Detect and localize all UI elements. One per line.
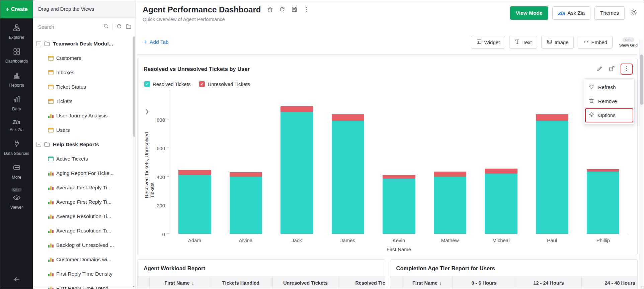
scroll-down-icon[interactable]: ⌄ [640,284,643,288]
bar-group-mathew[interactable] [424,90,475,234]
tree-item[interactable]: Average First Reply Ti... [33,180,136,195]
scroll-down-icon[interactable]: ⌄ [132,284,135,288]
bar-group-adam[interactable] [169,90,220,234]
tree-item[interactable]: Users [33,123,136,137]
column-header-label: Unresolved Tickets [283,280,328,286]
tree-item[interactable]: First Reply Time Trend [33,281,136,289]
search-input[interactable] [38,24,100,30]
settings-button[interactable] [629,6,638,17]
legend-checkbox[interactable] [144,81,150,87]
tree-item[interactable]: Average Resolution Ti... [33,209,136,223]
text-button[interactable]: Text [509,36,537,49]
nav-item-viewer[interactable]: OFFViewer [0,187,33,210]
tree-item[interactable]: Inboxes [33,65,136,80]
themes-button[interactable]: Themes [594,6,625,20]
image-icon [547,39,552,45]
resolved-segment [178,175,211,233]
view-mode-button[interactable]: View Mode [510,6,548,20]
legend-label: Resolved Tickets [153,81,190,87]
y-tick-mark [167,119,169,119]
insert-controls: Widget Text Image Embed OFF Show Grid [471,36,638,49]
tree-item[interactable]: Backlog of Unresolved ... [33,238,136,252]
tree-item-label: Average Resolution Ti... [56,213,111,219]
column-header[interactable]: First Name↓ [150,276,209,289]
x-axis-labels: AdamAlvinaJackJamesKevinMathewMichealPau… [169,237,629,243]
refresh-views-button[interactable] [116,23,122,30]
sidebar-scrollbar[interactable]: ⌄ [133,36,136,289]
tree-item-label: Help Desk Reports [53,141,99,148]
collapse-toggle-icon[interactable]: − [36,142,41,147]
column-header[interactable]: Unresolved Tickets [273,276,338,289]
collapse-toggle-icon[interactable]: − [36,41,41,46]
column-header[interactable]: 24 - 48 Hours [582,276,638,289]
title-actions [267,6,310,14]
edit-chart-button[interactable] [596,65,603,73]
add-tab-label: Add Tab [150,39,169,45]
column-header-label: 0 - 6 Hours [472,280,497,286]
viewer-badge: OFF [11,188,22,192]
column-header[interactable]: Tickets Handled [209,276,273,289]
nav-item-ask-zia[interactable]: ZiaAsk Zia [0,119,33,133]
show-grid-toggle[interactable]: OFF Show Grid [619,37,638,47]
menu-item-options[interactable]: Options [585,108,633,122]
trash-icon [588,98,594,105]
embed-button[interactable]: Embed [578,36,613,49]
tree-item[interactable]: Customer Domains wi... [33,252,136,267]
data-icon [13,95,21,105]
more-options-button[interactable] [303,6,310,14]
nav-item-data-sources[interactable]: Data Sources [0,139,33,157]
tree-item[interactable]: Tickets [33,94,136,108]
bar-group-james[interactable] [322,90,373,234]
column-header[interactable]: Resolved Tickets [338,276,385,289]
legend-checkbox[interactable] [199,81,205,87]
bar-group-jack[interactable] [271,90,322,234]
column-header[interactable]: 12 - 24 Hours [516,276,582,289]
nav-item-reports[interactable]: Reports [0,71,33,88]
tree-item[interactable]: Active Tickets [33,152,136,166]
main-scrollbar-thumb[interactable] [640,55,643,105]
bar-group-kevin[interactable] [374,90,424,234]
image-button[interactable]: Image [541,36,574,49]
collapse-panel-button[interactable] [0,272,33,289]
tree-item[interactable]: User Journey Analysis [33,108,136,123]
add-tab-button[interactable]: + Add Tab [143,38,169,46]
tree-item[interactable]: First Reply Time Density [33,267,136,281]
tree-item[interactable]: Aging Report For Ticke... [33,166,136,180]
create-button[interactable]: + Create [0,0,33,18]
chart-menu-button[interactable] [623,65,630,73]
legend-item[interactable]: Unresolved Tickets [199,81,250,87]
tree-item[interactable]: Ticket Status [33,80,136,94]
nav-item-data[interactable]: Data [0,95,33,112]
save-button[interactable] [291,6,298,14]
nav-item-explorer[interactable]: Explorer [0,23,33,40]
bar-group-alvina[interactable] [220,90,271,234]
main-scrollbar[interactable]: ⌄ [639,40,644,289]
menu-item-refresh[interactable]: Refresh [584,80,634,94]
sidebar-scrollbar-thumb[interactable] [133,36,135,137]
workload-card-title: Agent Workload Report [138,260,385,276]
bar-group-paul[interactable] [527,90,577,234]
favorite-button[interactable] [267,6,273,14]
refresh-dashboard-button[interactable] [279,6,286,14]
column-header[interactable]: First Name↓ [402,276,453,289]
ask-zia-button[interactable]: Zia Ask Zia [552,6,590,20]
completion-card-title: Completion Age Tier Report for Users [390,260,638,276]
tree-item[interactable]: Average Resolution Ti... [33,223,136,238]
column-header[interactable]: 0 - 6 Hours [453,276,516,289]
tree-folder[interactable]: −Help Desk Reports [33,137,136,152]
legend-item[interactable]: Resolved Tickets [144,81,190,87]
tree-item[interactable]: Customers [33,51,136,65]
nav-item-dashboards[interactable]: Dashboards [0,47,33,64]
widget-button[interactable]: Widget [471,36,505,49]
bar-group-micheal[interactable] [476,90,527,234]
export-chart-button[interactable] [609,65,615,73]
tree-item[interactable]: Average First Reply Ti... [33,195,136,209]
menu-item-remove[interactable]: Remove [584,94,634,108]
nav-item-more[interactable]: More [0,163,33,180]
folder-view-button[interactable] [126,23,132,30]
tree-folder[interactable]: −Teamwork Desk Modul... [33,36,136,51]
gear-icon [588,112,594,119]
column-header-label: Tickets Handled [222,280,259,286]
chart-card-actions [596,64,633,75]
gear-icon [630,12,638,17]
